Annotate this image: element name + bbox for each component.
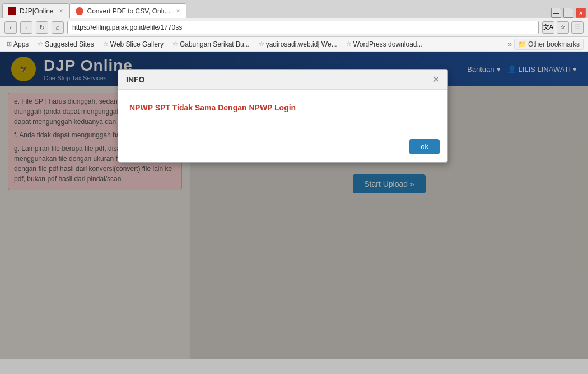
- tab-convert[interactable]: Convert PDF to CSV, Onlr... ✕: [69, 3, 186, 18]
- more-bookmarks-indicator: »: [508, 40, 512, 48]
- apps-icon: ⊞: [7, 40, 12, 48]
- bookmark-webslice[interactable]: ☆ Web Slice Gallery: [101, 39, 166, 49]
- address-icons: 文A ☆ ☰: [542, 21, 584, 34]
- modal-header: INFO ✕: [118, 70, 447, 90]
- menu-icon[interactable]: ☰: [571, 21, 584, 34]
- suggested-label: Suggested Sites: [45, 40, 94, 48]
- browser-chrome: DJP|Online ✕ Convert PDF to CSV, Onlr...…: [0, 0, 588, 52]
- other-bookmarks[interactable]: 📁 Other bookmarks: [514, 39, 584, 50]
- webslice-label: Web Slice Gallery: [110, 40, 164, 48]
- suggested-icon: ☆: [38, 40, 43, 48]
- bookmarks-bar: ⊞ Apps ☆ Suggested Sites ☆ Web Slice Gal…: [0, 37, 588, 52]
- maximize-button[interactable]: □: [563, 8, 573, 18]
- refresh-button[interactable]: ↻: [36, 21, 48, 34]
- page-content: 🦅 DJP Online One-Stop Tax Services Bantu…: [0, 52, 588, 359]
- other-bookmarks-label: Other bookmarks: [528, 40, 580, 48]
- modal-footer: ok: [118, 135, 447, 162]
- modal-ok-button[interactable]: ok: [409, 139, 440, 154]
- bookmark-yadi[interactable]: ☆ yadirosadi.web.id| We...: [256, 39, 339, 49]
- bookmark-wordpress[interactable]: ☆ WordPress download...: [344, 39, 425, 49]
- url-input[interactable]: [67, 21, 539, 34]
- close-button[interactable]: ✕: [576, 8, 586, 18]
- wordpress-label: WordPress download...: [353, 40, 423, 48]
- translate-icon[interactable]: 文A: [542, 21, 554, 34]
- modal-message: NPWP SPT Tidak Sama Dengan NPWP Login: [129, 103, 436, 112]
- tab-favicon-convert: [76, 7, 83, 15]
- star-icon[interactable]: ☆: [557, 21, 569, 34]
- gabungan-icon: ☆: [172, 40, 178, 48]
- tab-djp-label: DJP|Online: [20, 7, 53, 15]
- tab-djp[interactable]: DJP|Online ✕: [2, 3, 69, 18]
- modal-close-button[interactable]: ✕: [432, 74, 440, 85]
- minimize-button[interactable]: —: [551, 8, 561, 18]
- home-button[interactable]: ⌂: [52, 21, 64, 34]
- tab-convert-label: Convert PDF to CSV, Onlr...: [87, 7, 170, 15]
- address-bar: ‹ › ↻ ⌂ 文A ☆ ☰: [0, 18, 588, 37]
- yadi-icon: ☆: [259, 40, 264, 48]
- modal-overlay: INFO ✕ NPWP SPT Tidak Sama Dengan NPWP L…: [0, 52, 588, 359]
- yadi-label: yadirosadi.web.id| We...: [266, 40, 337, 48]
- bookmarks-more: » 📁 Other bookmarks: [508, 39, 584, 50]
- window-controls: — □ ✕: [551, 8, 586, 18]
- tab-favicon-djp: [8, 7, 16, 15]
- wordpress-icon: ☆: [346, 40, 352, 48]
- folder-icon: 📁: [518, 40, 526, 48]
- bookmark-suggested[interactable]: ☆ Suggested Sites: [35, 39, 96, 49]
- back-button[interactable]: ‹: [4, 21, 17, 34]
- forward-button[interactable]: ›: [20, 21, 32, 34]
- bookmark-gabungan[interactable]: ☆ Gabungan Serikat Bu...: [170, 39, 252, 49]
- modal-title: INFO: [126, 75, 144, 84]
- tab-djp-close[interactable]: ✕: [59, 8, 63, 14]
- info-modal: INFO ✕ NPWP SPT Tidak Sama Dengan NPWP L…: [118, 69, 448, 163]
- apps-label: Apps: [13, 40, 29, 48]
- bookmark-apps[interactable]: ⊞ Apps: [4, 39, 31, 49]
- modal-body: NPWP SPT Tidak Sama Dengan NPWP Login: [118, 90, 447, 135]
- tab-bar: DJP|Online ✕ Convert PDF to CSV, Onlr...…: [0, 0, 588, 18]
- tab-convert-close[interactable]: ✕: [176, 8, 180, 14]
- gabungan-label: Gabungan Serikat Bu...: [180, 40, 250, 48]
- webslice-icon: ☆: [103, 40, 109, 48]
